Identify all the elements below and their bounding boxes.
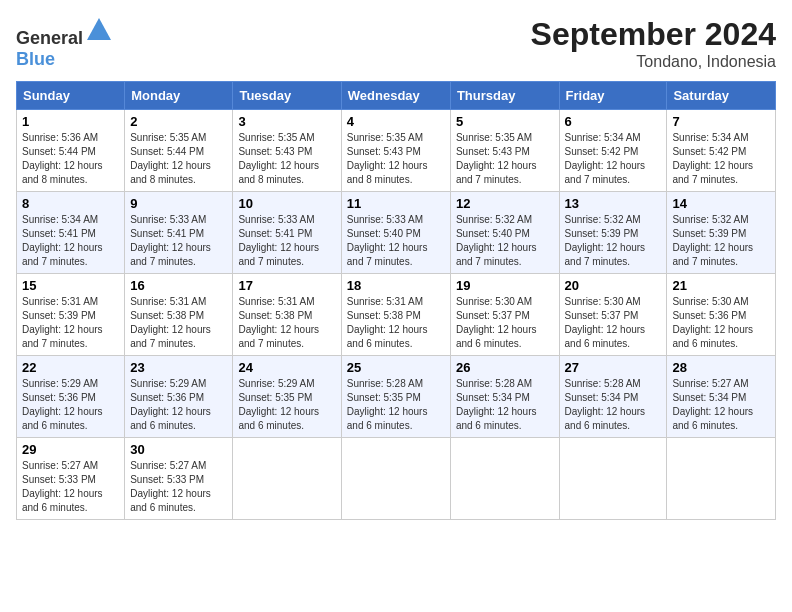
day-number: 17 — [238, 278, 335, 293]
calendar-day-empty — [450, 438, 559, 520]
col-saturday: Saturday — [667, 82, 776, 110]
col-wednesday: Wednesday — [341, 82, 450, 110]
day-info: Sunrise: 5:31 AMSunset: 5:38 PMDaylight:… — [130, 296, 211, 349]
day-info: Sunrise: 5:36 AMSunset: 5:44 PMDaylight:… — [22, 132, 103, 185]
day-number: 5 — [456, 114, 554, 129]
day-number: 20 — [565, 278, 662, 293]
day-number: 10 — [238, 196, 335, 211]
day-info: Sunrise: 5:34 AMSunset: 5:41 PMDaylight:… — [22, 214, 103, 267]
day-number: 24 — [238, 360, 335, 375]
logo: General Blue — [16, 16, 113, 70]
calendar-day-1: 1Sunrise: 5:36 AMSunset: 5:44 PMDaylight… — [17, 110, 125, 192]
day-number: 3 — [238, 114, 335, 129]
calendar-day-14: 14Sunrise: 5:32 AMSunset: 5:39 PMDayligh… — [667, 192, 776, 274]
day-info: Sunrise: 5:35 AMSunset: 5:44 PMDaylight:… — [130, 132, 211, 185]
day-number: 18 — [347, 278, 445, 293]
calendar-day-19: 19Sunrise: 5:30 AMSunset: 5:37 PMDayligh… — [450, 274, 559, 356]
calendar-day-empty — [667, 438, 776, 520]
calendar-day-empty — [559, 438, 667, 520]
calendar-week-3: 15Sunrise: 5:31 AMSunset: 5:39 PMDayligh… — [17, 274, 776, 356]
calendar-day-10: 10Sunrise: 5:33 AMSunset: 5:41 PMDayligh… — [233, 192, 341, 274]
day-info: Sunrise: 5:32 AMSunset: 5:40 PMDaylight:… — [456, 214, 537, 267]
calendar-day-8: 8Sunrise: 5:34 AMSunset: 5:41 PMDaylight… — [17, 192, 125, 274]
calendar-day-13: 13Sunrise: 5:32 AMSunset: 5:39 PMDayligh… — [559, 192, 667, 274]
day-info: Sunrise: 5:35 AMSunset: 5:43 PMDaylight:… — [238, 132, 319, 185]
calendar-day-26: 26Sunrise: 5:28 AMSunset: 5:34 PMDayligh… — [450, 356, 559, 438]
day-number: 23 — [130, 360, 227, 375]
day-number: 8 — [22, 196, 119, 211]
day-info: Sunrise: 5:33 AMSunset: 5:41 PMDaylight:… — [238, 214, 319, 267]
day-info: Sunrise: 5:27 AMSunset: 5:34 PMDaylight:… — [672, 378, 753, 431]
day-info: Sunrise: 5:31 AMSunset: 5:38 PMDaylight:… — [238, 296, 319, 349]
calendar-day-2: 2Sunrise: 5:35 AMSunset: 5:44 PMDaylight… — [125, 110, 233, 192]
day-info: Sunrise: 5:30 AMSunset: 5:37 PMDaylight:… — [456, 296, 537, 349]
day-info: Sunrise: 5:28 AMSunset: 5:34 PMDaylight:… — [565, 378, 646, 431]
day-number: 7 — [672, 114, 770, 129]
day-info: Sunrise: 5:31 AMSunset: 5:39 PMDaylight:… — [22, 296, 103, 349]
day-number: 16 — [130, 278, 227, 293]
day-number: 2 — [130, 114, 227, 129]
calendar-day-17: 17Sunrise: 5:31 AMSunset: 5:38 PMDayligh… — [233, 274, 341, 356]
logo-icon — [85, 16, 113, 44]
logo-general: General — [16, 28, 83, 48]
calendar-day-28: 28Sunrise: 5:27 AMSunset: 5:34 PMDayligh… — [667, 356, 776, 438]
logo-wordmark: General Blue — [16, 16, 113, 70]
day-number: 6 — [565, 114, 662, 129]
day-info: Sunrise: 5:27 AMSunset: 5:33 PMDaylight:… — [130, 460, 211, 513]
day-info: Sunrise: 5:35 AMSunset: 5:43 PMDaylight:… — [456, 132, 537, 185]
day-number: 1 — [22, 114, 119, 129]
day-number: 4 — [347, 114, 445, 129]
day-info: Sunrise: 5:28 AMSunset: 5:34 PMDaylight:… — [456, 378, 537, 431]
col-friday: Friday — [559, 82, 667, 110]
calendar-header-row: Sunday Monday Tuesday Wednesday Thursday… — [17, 82, 776, 110]
calendar-day-9: 9Sunrise: 5:33 AMSunset: 5:41 PMDaylight… — [125, 192, 233, 274]
day-info: Sunrise: 5:29 AMSunset: 5:36 PMDaylight:… — [130, 378, 211, 431]
day-number: 14 — [672, 196, 770, 211]
day-info: Sunrise: 5:30 AMSunset: 5:37 PMDaylight:… — [565, 296, 646, 349]
calendar-day-empty — [341, 438, 450, 520]
day-number: 21 — [672, 278, 770, 293]
day-info: Sunrise: 5:33 AMSunset: 5:41 PMDaylight:… — [130, 214, 211, 267]
calendar-day-30: 30Sunrise: 5:27 AMSunset: 5:33 PMDayligh… — [125, 438, 233, 520]
calendar-day-23: 23Sunrise: 5:29 AMSunset: 5:36 PMDayligh… — [125, 356, 233, 438]
calendar-day-6: 6Sunrise: 5:34 AMSunset: 5:42 PMDaylight… — [559, 110, 667, 192]
day-info: Sunrise: 5:34 AMSunset: 5:42 PMDaylight:… — [565, 132, 646, 185]
day-number: 26 — [456, 360, 554, 375]
day-number: 15 — [22, 278, 119, 293]
day-info: Sunrise: 5:32 AMSunset: 5:39 PMDaylight:… — [565, 214, 646, 267]
calendar-day-3: 3Sunrise: 5:35 AMSunset: 5:43 PMDaylight… — [233, 110, 341, 192]
calendar-week-4: 22Sunrise: 5:29 AMSunset: 5:36 PMDayligh… — [17, 356, 776, 438]
calendar-day-12: 12Sunrise: 5:32 AMSunset: 5:40 PMDayligh… — [450, 192, 559, 274]
calendar-day-25: 25Sunrise: 5:28 AMSunset: 5:35 PMDayligh… — [341, 356, 450, 438]
day-info: Sunrise: 5:32 AMSunset: 5:39 PMDaylight:… — [672, 214, 753, 267]
calendar-table: Sunday Monday Tuesday Wednesday Thursday… — [16, 81, 776, 520]
calendar-day-5: 5Sunrise: 5:35 AMSunset: 5:43 PMDaylight… — [450, 110, 559, 192]
day-number: 9 — [130, 196, 227, 211]
calendar-week-5: 29Sunrise: 5:27 AMSunset: 5:33 PMDayligh… — [17, 438, 776, 520]
logo-blue: Blue — [16, 49, 55, 69]
day-number: 11 — [347, 196, 445, 211]
svg-marker-0 — [87, 18, 111, 40]
calendar-day-empty — [233, 438, 341, 520]
day-info: Sunrise: 5:28 AMSunset: 5:35 PMDaylight:… — [347, 378, 428, 431]
calendar-day-18: 18Sunrise: 5:31 AMSunset: 5:38 PMDayligh… — [341, 274, 450, 356]
col-thursday: Thursday — [450, 82, 559, 110]
calendar-day-21: 21Sunrise: 5:30 AMSunset: 5:36 PMDayligh… — [667, 274, 776, 356]
col-sunday: Sunday — [17, 82, 125, 110]
location-title: Tondano, Indonesia — [531, 53, 776, 71]
day-number: 12 — [456, 196, 554, 211]
day-info: Sunrise: 5:27 AMSunset: 5:33 PMDaylight:… — [22, 460, 103, 513]
day-info: Sunrise: 5:35 AMSunset: 5:43 PMDaylight:… — [347, 132, 428, 185]
day-number: 28 — [672, 360, 770, 375]
calendar-week-2: 8Sunrise: 5:34 AMSunset: 5:41 PMDaylight… — [17, 192, 776, 274]
calendar-day-20: 20Sunrise: 5:30 AMSunset: 5:37 PMDayligh… — [559, 274, 667, 356]
day-number: 19 — [456, 278, 554, 293]
day-number: 25 — [347, 360, 445, 375]
calendar-day-27: 27Sunrise: 5:28 AMSunset: 5:34 PMDayligh… — [559, 356, 667, 438]
calendar-day-4: 4Sunrise: 5:35 AMSunset: 5:43 PMDaylight… — [341, 110, 450, 192]
calendar-day-16: 16Sunrise: 5:31 AMSunset: 5:38 PMDayligh… — [125, 274, 233, 356]
day-number: 22 — [22, 360, 119, 375]
day-number: 30 — [130, 442, 227, 457]
day-info: Sunrise: 5:29 AMSunset: 5:35 PMDaylight:… — [238, 378, 319, 431]
day-number: 29 — [22, 442, 119, 457]
